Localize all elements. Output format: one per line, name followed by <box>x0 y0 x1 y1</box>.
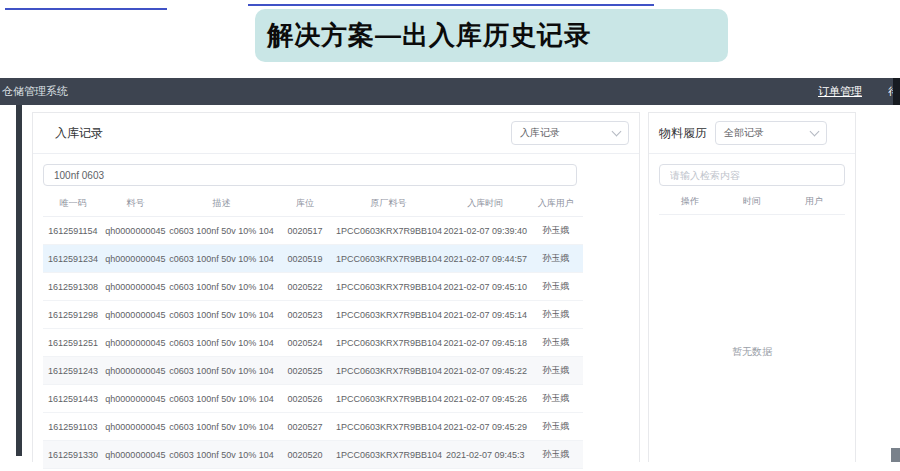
inbound-table-head: 唯一码料号描述库位原厂料号入库时间入库用户 <box>43 190 583 217</box>
chevron-down-icon <box>612 127 622 137</box>
table-cell: 2021-02-07 09:45:10 <box>442 273 528 301</box>
table-cell: 2021-02-07 09:44:57 <box>442 245 528 273</box>
table-cell: 2021-02-07 09:45:22 <box>442 357 528 385</box>
page-title: 解决方案—出入库历史记录 <box>267 18 591 53</box>
table-cell: qh0000000045 <box>103 273 168 301</box>
history-panel-body: 操作时间用户 暂无数据 <box>649 164 855 359</box>
table-cell: qh0000000045 <box>103 441 168 469</box>
table-cell: c0603 100nf 50v 10% 104 <box>168 217 275 245</box>
table-row[interactable]: 1612591154qh0000000045c0603 100nf 50v 10… <box>43 217 583 245</box>
table-cell: 1612591251 <box>43 329 103 357</box>
table-cell: 0020527 <box>275 413 335 441</box>
table-cell: 1612591234 <box>43 245 103 273</box>
table-cell: qh0000000045 <box>103 329 168 357</box>
table-cell: 孙玉娥 <box>528 441 583 469</box>
table-cell: 1612591243 <box>43 357 103 385</box>
slide-title-banner: 解决方案—出入库历史记录 <box>255 9 728 62</box>
table-cell: qh0000000045 <box>103 385 168 413</box>
table-row[interactable]: 1612591251qh0000000045c0603 100nf 50v 10… <box>43 329 583 357</box>
header-right-edge <box>893 78 900 105</box>
table-cell: 1612591443 <box>43 385 103 413</box>
history-table: 操作时间用户 <box>659 188 845 215</box>
table-cell: qh0000000045 <box>103 413 168 441</box>
table-cell: 1612591308 <box>43 273 103 301</box>
inbound-table: 唯一码料号描述库位原厂料号入库时间入库用户 1612591154qh000000… <box>43 190 583 471</box>
table-cell: 2021-02-07 09:45:29 <box>442 413 528 441</box>
history-filter-select[interactable]: 全部记录 <box>715 121 827 145</box>
table-cell: c0603 100nf 50v 10% 104 <box>168 441 275 469</box>
table-cell: 1612591298 <box>43 301 103 329</box>
table-row[interactable]: 1612591103qh0000000045c0603 100nf 50v 10… <box>43 413 583 441</box>
nav-order-management[interactable]: 订单管理 <box>818 84 862 99</box>
table-row[interactable]: 1612591234qh0000000045c0603 100nf 50v 10… <box>43 245 583 273</box>
table-cell: 0020519 <box>275 245 335 273</box>
column-header: 料号 <box>103 190 168 217</box>
inbound-panel-header: 入库记录 入库记录 <box>33 113 639 154</box>
table-row[interactable]: 1612591298qh0000000045c0603 100nf 50v 10… <box>43 301 583 329</box>
column-header: 唯一码 <box>43 190 103 217</box>
column-header: 描述 <box>168 190 275 217</box>
column-header: 入库用户 <box>528 190 583 217</box>
decorative-line-left <box>5 8 167 10</box>
table-header-row: 唯一码料号描述库位原厂料号入库时间入库用户 <box>43 190 583 217</box>
table-header-row: 操作时间用户 <box>659 188 845 215</box>
chevron-down-icon <box>810 127 820 137</box>
table-cell: 1612591330 <box>43 441 103 469</box>
column-header: 用户 <box>783 188 845 215</box>
record-type-select[interactable]: 入库记录 <box>511 121 629 145</box>
table-cell: 孙玉娥 <box>528 413 583 441</box>
table-cell: 孙玉娥 <box>528 217 583 245</box>
table-cell: c0603 100nf 50v 10% 104 <box>168 245 275 273</box>
column-header: 入库时间 <box>442 190 528 217</box>
table-cell: 1PCC0603KRX7R9BB104 <box>335 385 442 413</box>
table-row[interactable]: 1612591243qh0000000045c0603 100nf 50v 10… <box>43 357 583 385</box>
table-cell: 0020523 <box>275 301 335 329</box>
inbound-search-input[interactable] <box>43 164 577 186</box>
table-cell: 1PCC0603KRX7R9BB104 <box>335 217 442 245</box>
header-nav: 订单管理 待 <box>818 84 898 99</box>
history-search-input[interactable] <box>659 164 845 186</box>
table-cell: 0020525 <box>275 357 335 385</box>
table-cell: 孙玉娥 <box>528 357 583 385</box>
table-cell: 2021-02-07 09:45:18 <box>442 329 528 357</box>
inbound-panel-body: 唯一码料号描述库位原厂料号入库时间入库用户 1612591154qh000000… <box>33 164 639 471</box>
decorative-line-right <box>248 4 654 6</box>
table-cell: 孙玉娥 <box>528 245 583 273</box>
app-body: 入库记录 入库记录 唯一码料号描述库位原厂料号入库时间入库用户 16125911… <box>0 105 900 462</box>
brand-title: 仓储管理系统 <box>2 84 68 99</box>
table-cell: 0020522 <box>275 273 335 301</box>
table-cell: 1612591103 <box>43 413 103 441</box>
table-row[interactable]: 1612591308qh0000000045c0603 100nf 50v 10… <box>43 273 583 301</box>
table-cell: 1PCC0603KRX7R9BB104 <box>335 245 442 273</box>
table-cell: c0603 100nf 50v 10% 104 <box>168 329 275 357</box>
inbound-records-panel: 入库记录 入库记录 唯一码料号描述库位原厂料号入库时间入库用户 16125911… <box>32 112 640 462</box>
history-panel-header: 物料履历 全部记录 <box>649 113 855 154</box>
app-window: 仓储管理系统 订单管理 待 入库记录 入库记录 唯一码料号描述库位原厂料号入库时… <box>0 78 900 462</box>
table-cell: 1PCC0603KRX7R9BB104 <box>335 413 442 441</box>
table-cell: 0020524 <box>275 329 335 357</box>
material-history-panel: 物料履历 全部记录 操作时间用户 暂无数据 <box>648 112 856 462</box>
table-cell: 0020517 <box>275 217 335 245</box>
column-header: 时间 <box>721 188 783 215</box>
history-filter-select-value: 全部记录 <box>724 126 764 140</box>
table-cell: 1PCC0603KRX7R9BB104 <box>335 301 442 329</box>
table-cell: qh0000000045 <box>103 217 168 245</box>
left-edge-strip <box>16 105 22 456</box>
column-header: 原厂料号 <box>335 190 442 217</box>
empty-state-text: 暂无数据 <box>659 345 845 359</box>
table-cell: c0603 100nf 50v 10% 104 <box>168 301 275 329</box>
table-cell: 孙玉娥 <box>528 329 583 357</box>
inbound-panel-title: 入库记录 <box>55 125 103 142</box>
table-cell: 孙玉娥 <box>528 301 583 329</box>
table-cell: 1PCC0603KRX7R9BB104 <box>335 273 442 301</box>
table-row[interactable]: 1612591443qh0000000045c0603 100nf 50v 10… <box>43 385 583 413</box>
table-cell: 0020526 <box>275 385 335 413</box>
table-cell: 0020520 <box>275 441 335 469</box>
scrollbar-corner <box>891 448 900 462</box>
inbound-table-body: 1612591154qh0000000045c0603 100nf 50v 10… <box>43 217 583 471</box>
history-panel-title: 物料履历 <box>659 125 707 142</box>
table-cell: 2021-02-07 09:45:26 <box>442 385 528 413</box>
table-row[interactable]: 1612591330qh0000000045c0603 100nf 50v 10… <box>43 441 583 469</box>
record-type-select-value: 入库记录 <box>520 126 560 140</box>
table-cell: 孙玉娥 <box>528 385 583 413</box>
